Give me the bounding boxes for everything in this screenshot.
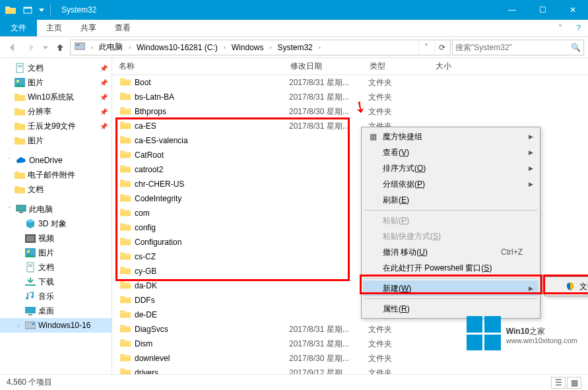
close-button[interactable]: ✕ xyxy=(558,0,588,20)
file-type: 文件夹 xyxy=(362,77,428,88)
nav-quick-item[interactable]: Win10系统鼠📌 xyxy=(0,90,112,104)
search-icon[interactable]: 🔍 xyxy=(571,43,581,52)
file-date: 2017/9/12 星期... xyxy=(282,368,362,375)
nav-thispc-item[interactable]: 音乐 xyxy=(0,289,112,304)
nav-thispc-item[interactable]: 图片 xyxy=(0,245,112,260)
file-type: 文件夹 xyxy=(362,353,428,364)
search-box[interactable]: 🔍 xyxy=(452,40,584,55)
nav-quick-item[interactable]: 图片 xyxy=(0,133,112,148)
column-headers[interactable]: 名称 修改日期 类型 大小 xyxy=(112,58,588,75)
nav-thispc-item[interactable]: 3D 对象 xyxy=(0,216,112,231)
up-button[interactable] xyxy=(51,39,69,56)
folder-icon xyxy=(120,135,131,146)
menu-label: 新建(W) xyxy=(383,283,411,294)
nav-quick-item[interactable]: 壬辰龙99文件📌 xyxy=(0,119,112,133)
chevron-right-icon: ▶ xyxy=(529,181,533,187)
nav-quick-item[interactable]: 分辨率📌 xyxy=(0,104,112,119)
address-dropdown-icon[interactable]: ˅ xyxy=(418,40,433,55)
pin-icon: 📌 xyxy=(100,94,108,101)
folder-icon xyxy=(120,222,131,234)
col-name[interactable]: 名称 xyxy=(112,61,284,72)
svg-rect-10 xyxy=(19,212,23,213)
menu-item[interactable]: 查看(V)▶ xyxy=(363,145,539,160)
menu-item[interactable]: 在此处打开 Powershell 窗口(S) xyxy=(363,260,539,276)
chevron-right-icon[interactable]: › xyxy=(267,44,273,51)
nav-thispc-item[interactable]: 视频 xyxy=(0,231,112,245)
chevron-right-icon[interactable]: › xyxy=(317,44,323,51)
view-details-button[interactable]: ☰ xyxy=(551,377,566,389)
file-row[interactable]: bs-Latn-BA2017/8/31 星期...文件夹 xyxy=(112,90,588,104)
qat-item[interactable] xyxy=(20,2,36,18)
nav-onedrive-item[interactable]: 文档 xyxy=(0,182,112,197)
file-row[interactable]: Dism2017/8/31 星期...文件夹 xyxy=(112,337,588,351)
minimize-button[interactable]: — xyxy=(497,0,527,20)
down-icon xyxy=(25,276,36,287)
breadcrumb-seg[interactable]: Windows10-16281 (C:) xyxy=(134,42,220,53)
menu-item[interactable]: 撤消 移动(U)Ctrl+Z xyxy=(363,244,539,260)
tab-share[interactable]: 共享 xyxy=(71,20,106,36)
file-tab[interactable]: 文件 xyxy=(0,20,37,36)
svg-rect-15 xyxy=(27,263,34,272)
nav-quick-item[interactable]: 文档📌 xyxy=(0,61,112,75)
ribbon-expand-icon[interactable]: ˅ xyxy=(551,20,570,36)
menu-item[interactable]: 新建(W)▶ xyxy=(363,280,539,296)
address-bar[interactable]: › 此电脑 › Windows10-16281 (C:) › Windows ›… xyxy=(70,40,451,55)
tab-home[interactable]: 主页 xyxy=(37,20,71,36)
help-icon[interactable]: ？ xyxy=(570,20,588,36)
menu-item[interactable]: 属性(R) xyxy=(363,301,539,317)
nav-label: Win10系统鼠 xyxy=(28,92,74,103)
file-name: ca-ES xyxy=(135,121,156,131)
col-type[interactable]: 类型 xyxy=(363,61,429,72)
tab-view[interactable]: 查看 xyxy=(106,20,140,36)
menu-item[interactable]: ▦魔方快捷组▶ xyxy=(363,129,539,145)
menu-item[interactable]: 排序方式(O)▶ xyxy=(363,160,539,176)
file-name: com xyxy=(135,209,150,218)
file-row[interactable]: downlevel2017/8/30 星期...文件夹 xyxy=(112,351,588,366)
search-input[interactable] xyxy=(455,43,571,52)
file-type: 文件夹 xyxy=(362,324,428,335)
svg-rect-6 xyxy=(18,67,22,67)
file-date: 2017/8/31 星期... xyxy=(282,121,362,132)
navigation-pane[interactable]: 文档📌图片📌Win10系统鼠📌分辨率📌壬辰龙99文件📌图片 ˅ OneDrive… xyxy=(0,58,112,374)
menu-item[interactable]: 刷新(E) xyxy=(363,192,539,208)
maximize-button[interactable]: ☐ xyxy=(527,0,558,20)
file-row[interactable]: Bthprops2017/8/30 星期...文件夹 xyxy=(112,104,588,119)
file-name: drivers xyxy=(135,368,158,374)
file-type: 文件夹 xyxy=(362,368,428,375)
folder-icon xyxy=(120,237,131,248)
file-row[interactable]: DiagSvcs2017/8/31 星期...文件夹 xyxy=(112,322,588,337)
col-size[interactable]: 大小 xyxy=(429,61,588,72)
svg-rect-2 xyxy=(75,43,85,49)
nav-thispc-item[interactable]: 桌面 xyxy=(0,304,112,318)
submenu-new-folder[interactable]: 文件夹(F) xyxy=(546,278,588,294)
qat-dropdown-icon[interactable] xyxy=(37,2,46,18)
recent-dropdown-icon[interactable] xyxy=(41,39,50,56)
forward-button[interactable] xyxy=(22,39,40,56)
view-icons-button[interactable]: ▦ xyxy=(567,377,581,389)
nav-quick-item[interactable]: 图片📌 xyxy=(0,75,112,90)
file-row[interactable]: drivers2017/9/12 星期...文件夹 xyxy=(112,366,588,374)
breadcrumb-seg[interactable]: 此电脑 xyxy=(96,40,125,54)
chevron-right-icon[interactable]: › xyxy=(89,44,95,51)
nav-thispc[interactable]: ˅ 此电脑 xyxy=(0,202,112,216)
file-name: catroot2 xyxy=(135,165,163,174)
nav-thispc-item[interactable]: 下载 xyxy=(0,275,112,289)
context-submenu[interactable]: 文件夹(F) xyxy=(544,276,588,296)
chevron-right-icon[interactable]: › xyxy=(127,44,133,51)
context-menu[interactable]: ▦魔方快捷组▶查看(V)▶排序方式(O)▶分组依据(P)▶刷新(E)粘贴(P)粘… xyxy=(361,127,540,319)
nav-thispc-item[interactable]: ›Windows10-16 xyxy=(0,318,112,333)
col-date[interactable]: 修改日期 xyxy=(284,61,363,72)
menu-label: 粘贴快捷方式(S) xyxy=(383,231,441,242)
folder-icon xyxy=(120,179,131,190)
back-button[interactable] xyxy=(4,39,21,56)
chevron-right-icon[interactable]: › xyxy=(222,44,228,51)
file-row[interactable]: Boot2017/8/31 星期...文件夹 xyxy=(112,75,588,90)
breadcrumb-seg[interactable]: Windows xyxy=(229,42,267,53)
refresh-icon[interactable]: ⟳ xyxy=(434,40,449,55)
breadcrumb-seg[interactable]: System32 xyxy=(275,42,315,53)
nav-onedrive[interactable]: ˅ OneDrive xyxy=(0,153,112,168)
menu-item[interactable]: 分组依据(P)▶ xyxy=(363,176,539,192)
folder-icon xyxy=(15,92,25,102)
nav-onedrive-item[interactable]: 电子邮件附件 xyxy=(0,168,112,182)
nav-thispc-item[interactable]: 文档 xyxy=(0,260,112,275)
